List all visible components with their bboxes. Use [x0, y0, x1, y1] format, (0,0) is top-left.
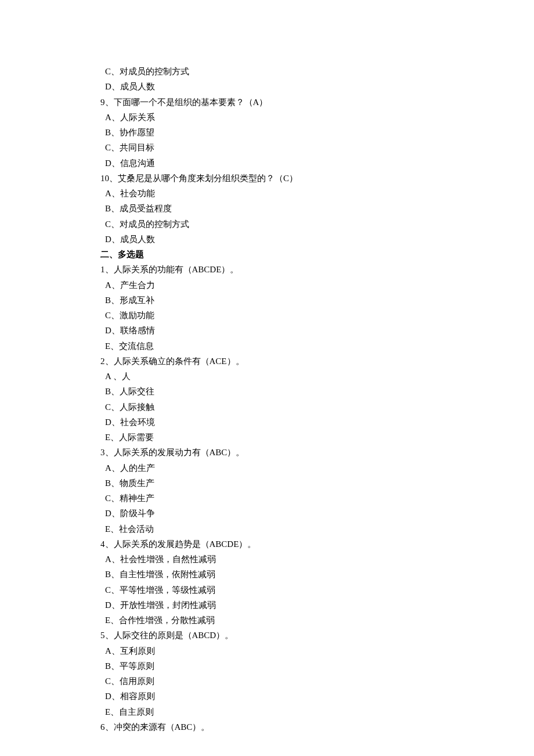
option-line: A、人际关系 — [100, 110, 534, 125]
option-line: C、人际接触 — [100, 399, 534, 415]
question-line: 4、人际关系的发展趋势是（ABCDE）。 — [100, 537, 534, 552]
question-line: 2、人际关系确立的条件有（ACE）。 — [100, 354, 534, 369]
option-line: B、平等原则 — [100, 658, 534, 674]
option-line: B、人际交往 — [100, 384, 534, 399]
option-line: A、社会功能 — [100, 186, 534, 201]
option-line: B、形成互补 — [100, 293, 534, 308]
document-page: C、对成员的控制方式D、成员人数9、下面哪一个不是组织的基本要素？（A）A、人际… — [0, 0, 534, 756]
option-line: D、社会环境 — [100, 415, 534, 430]
option-line: D、联络感情 — [100, 323, 534, 338]
question-line: 9、下面哪一个不是组织的基本要素？（A） — [100, 95, 534, 110]
option-line: E、合作性增强，分散性减弱 — [100, 613, 534, 628]
option-line: C、激励功能 — [100, 308, 534, 323]
question-line: 1、人际关系的功能有（ABCDE）。 — [100, 262, 534, 277]
option-line: B、自主性增强，依附性减弱 — [100, 567, 534, 582]
option-line: B、成员受益程度 — [100, 201, 534, 216]
section-heading: 二、多选题 — [100, 247, 534, 262]
option-line: C、信用原则 — [100, 674, 534, 689]
option-line: C、对成员的控制方式 — [100, 64, 534, 79]
option-line: D、开放性增强，封闭性减弱 — [100, 597, 534, 613]
option-line: A、互利原则 — [100, 643, 534, 658]
question-line: 3、人际关系的发展动力有（ABC）。 — [100, 445, 534, 460]
option-line: B、物质生产 — [100, 476, 534, 491]
option-line: E、交流信息 — [100, 339, 534, 354]
option-line: E、社会活动 — [100, 521, 534, 537]
option-line: E、自主原则 — [100, 704, 534, 719]
option-line: A 、人 — [100, 369, 534, 384]
option-line: B、协作愿望 — [100, 125, 534, 140]
option-line: C、精神生产 — [100, 491, 534, 506]
option-line: D、相容原则 — [100, 689, 534, 704]
question-line: 10、艾桑尼是从哪个角度来划分组织类型的？（C） — [100, 171, 534, 186]
option-line: E、人际需要 — [100, 430, 534, 445]
option-line: A、人的生产 — [100, 460, 534, 476]
option-line: A、社会性增强，自然性减弱 — [100, 552, 534, 567]
option-line: C、共同目标 — [100, 140, 534, 155]
option-line: D、成员人数 — [100, 79, 534, 94]
option-line: C、平等性增强，等级性减弱 — [100, 582, 534, 597]
question-line: 5、人际交往的原则是（ABCD）。 — [100, 628, 534, 643]
question-line: 6、冲突的来源有（ABC）。 — [100, 719, 534, 735]
option-line: D、信息沟通 — [100, 156, 534, 171]
option-line: A、产生合力 — [100, 278, 534, 293]
option-line: D、成员人数 — [100, 232, 534, 247]
option-line: D、阶级斗争 — [100, 506, 534, 521]
option-line: C、对成员的控制方式 — [100, 217, 534, 232]
